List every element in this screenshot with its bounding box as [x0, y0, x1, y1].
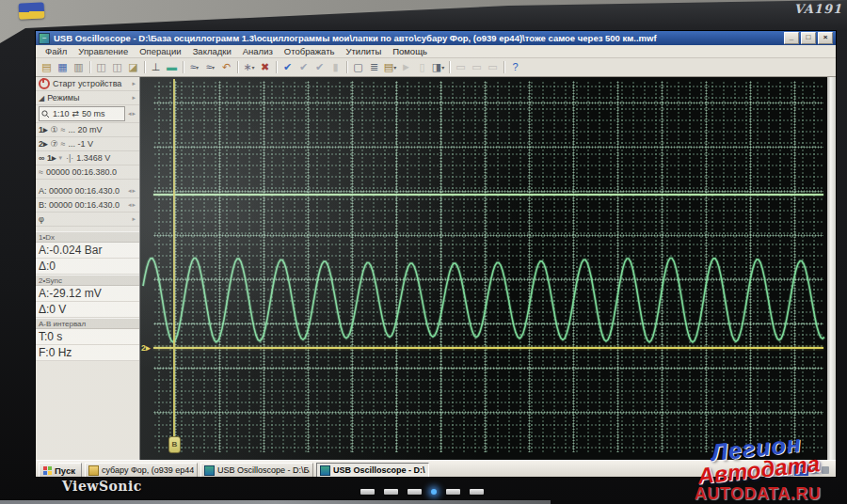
- signal-icon: ≈: [61, 139, 66, 149]
- expand-arrow-icon: ▸: [132, 215, 136, 223]
- filter-button[interactable]: ∗▾: [241, 60, 257, 75]
- window-title: USB Oscilloscope - D:\База осциллограмм …: [54, 33, 780, 43]
- title-bar: ~ USB Oscilloscope - D:\База осциллограм…: [36, 31, 836, 45]
- view-2-button: ▭: [469, 60, 485, 75]
- trigger-row[interactable]: ∞ 1▸ ▾ ·|· 1.3468 V: [36, 151, 139, 165]
- clear-button[interactable]: ◪: [125, 60, 141, 75]
- check-3-icon: ✔: [315, 62, 324, 72]
- undo-icon: ↶: [222, 62, 231, 72]
- dropdown-icon[interactable]: ▾: [196, 64, 199, 71]
- toolbar-separator: [503, 61, 504, 73]
- signal-view-2-button[interactable]: ≈▾: [202, 60, 218, 75]
- task-label: USB Oscilloscope - D:\...: [333, 465, 425, 475]
- axis-tool-button[interactable]: ⊥: [148, 60, 164, 75]
- screen: ~ USB Oscilloscope - D:\База осциллограм…: [36, 31, 836, 477]
- timebase-value[interactable]: 50 ms: [82, 109, 105, 118]
- scale-box[interactable]: 1:10 ⇄ 50 ms: [39, 106, 125, 121]
- monitor-button[interactable]: [446, 489, 460, 495]
- check-2-icon: ✔: [299, 62, 308, 72]
- help-button[interactable]: ?: [507, 60, 523, 75]
- export-button[interactable]: ▥: [71, 60, 87, 75]
- cursor-b-handle[interactable]: B: [168, 436, 181, 453]
- copy-view-button[interactable]: ◫: [93, 60, 109, 75]
- menu-bar: ФайлУправлениеОперацииЗакладкиАнализОтоб…: [36, 45, 836, 58]
- channel2-range[interactable]: ... -1 V: [69, 139, 94, 149]
- marker-b-row[interactable]: B: 00000 00:16.430.0 ◂▸: [36, 198, 139, 213]
- select-region-button[interactable]: ▢: [350, 60, 366, 75]
- menu-item-Отображать[interactable]: Отображать: [279, 46, 341, 56]
- channel2-marker[interactable]: 2▸: [141, 344, 151, 353]
- start-device-row[interactable]: Старт устройства ▸: [36, 77, 139, 91]
- minimize-button[interactable]: _: [784, 32, 799, 44]
- panel-toggle-button: ▮: [328, 60, 344, 75]
- window-layout-icon: ◨: [432, 62, 441, 72]
- monitor-button[interactable]: [384, 489, 398, 495]
- channel2-row[interactable]: 2▸ ⑦ ≈ ... -1 V: [36, 137, 139, 151]
- power-led: [431, 489, 437, 495]
- menu-item-Управление[interactable]: Управление: [72, 46, 134, 56]
- copy-window-button[interactable]: ◫: [109, 60, 125, 75]
- play-button: ►: [398, 60, 414, 75]
- taskbar-task[interactable]: субару Фор, (о939 ер44): [85, 463, 198, 478]
- help-icon: ?: [512, 62, 518, 72]
- menu-item-Анализ[interactable]: Анализ: [237, 46, 279, 56]
- meas1-header: 1•Dx: [36, 231, 139, 243]
- marker-spinner[interactable]: ◂▸: [128, 201, 136, 209]
- taskbar-task[interactable]: USB Oscilloscope - D:\Ба...: [200, 463, 313, 478]
- restore-button[interactable]: □: [801, 32, 816, 44]
- interval-time: T:0 s: [36, 329, 139, 345]
- open-file-button[interactable]: ▤: [39, 60, 55, 75]
- modes-label: Режимы: [47, 93, 79, 102]
- dropdown-icon[interactable]: ▾: [212, 64, 215, 71]
- save-file-button[interactable]: ▦: [55, 60, 71, 75]
- cursor-b-line[interactable]: [173, 79, 175, 451]
- apply-check-button[interactable]: ✔: [280, 60, 296, 75]
- channel1-row[interactable]: 1▸ ① ≈ ... 20 mV: [36, 123, 139, 137]
- marker-spinner[interactable]: ◂▸: [128, 187, 136, 195]
- dropdown-icon[interactable]: ▾: [393, 64, 396, 71]
- meas2-delta: Δ:0 V: [36, 302, 139, 318]
- phase-row[interactable]: φ ▸: [36, 213, 139, 227]
- check-2-button[interactable]: ✔: [296, 60, 312, 75]
- trigger-level[interactable]: 1.3468 V: [76, 153, 110, 163]
- menu-item-Помощь[interactable]: Помощь: [387, 46, 433, 56]
- meas2-amplitude: A:-29.12 mV: [36, 286, 139, 302]
- close-button[interactable]: ×: [818, 32, 833, 44]
- dropdown-icon[interactable]: ▾: [58, 154, 63, 162]
- marker-tool-button[interactable]: ▬: [164, 60, 180, 75]
- power-button[interactable]: [470, 489, 484, 495]
- check-3-button[interactable]: ✔: [312, 60, 328, 75]
- channel1-range[interactable]: ... 20 mV: [69, 125, 103, 134]
- window-layout-button[interactable]: ◨▾: [430, 60, 446, 75]
- menu-item-Закладки[interactable]: Закладки: [187, 46, 237, 56]
- oscilloscope-display[interactable]: 2▸ B: [140, 77, 827, 460]
- signal-view-1-button[interactable]: ≈▾: [186, 60, 202, 75]
- folder-views-button[interactable]: ▤▾: [382, 60, 398, 75]
- play-icon: ►: [401, 62, 411, 72]
- monitor-button[interactable]: [408, 489, 422, 495]
- scale-spinner[interactable]: ◂▸: [128, 110, 136, 118]
- watermark: Легион Автодата AUTODATA.RU: [668, 437, 847, 504]
- zoom-value[interactable]: 1:10: [53, 109, 70, 118]
- layers-button[interactable]: ≣: [366, 60, 382, 75]
- marker-a-value: A: 00000 00:16.430.0: [39, 186, 120, 196]
- marker-a-row[interactable]: A: 00000 00:16.430.0 ◂▸: [36, 184, 139, 198]
- monitor-button[interactable]: [360, 489, 375, 495]
- dropdown-icon[interactable]: ▾: [441, 64, 444, 71]
- menu-item-Файл[interactable]: Файл: [40, 46, 72, 56]
- scale-row: 1:10 ⇄ 50 ms ◂▸: [36, 105, 139, 123]
- layers-icon: ≣: [370, 62, 378, 72]
- dropdown-icon[interactable]: ▾: [252, 64, 255, 71]
- view-1-icon: ▭: [455, 62, 465, 72]
- axis-tool-icon: ⊥: [152, 62, 161, 72]
- start-button[interactable]: Пуск: [39, 463, 82, 478]
- modes-row[interactable]: ◢ Режимы ▸: [36, 91, 139, 105]
- delete-marks-button[interactable]: ✖: [257, 60, 273, 75]
- menu-item-Утилиты[interactable]: Утилиты: [340, 46, 387, 56]
- taskbar-task[interactable]: USB Oscilloscope - D:\...: [316, 463, 429, 478]
- save-file-icon: ▦: [57, 62, 67, 72]
- undo-button[interactable]: ↶: [218, 60, 234, 75]
- level-icon: ·|·: [66, 153, 73, 163]
- menu-item-Операции[interactable]: Операции: [134, 46, 186, 56]
- start-device-label: Старт устройства: [53, 79, 121, 88]
